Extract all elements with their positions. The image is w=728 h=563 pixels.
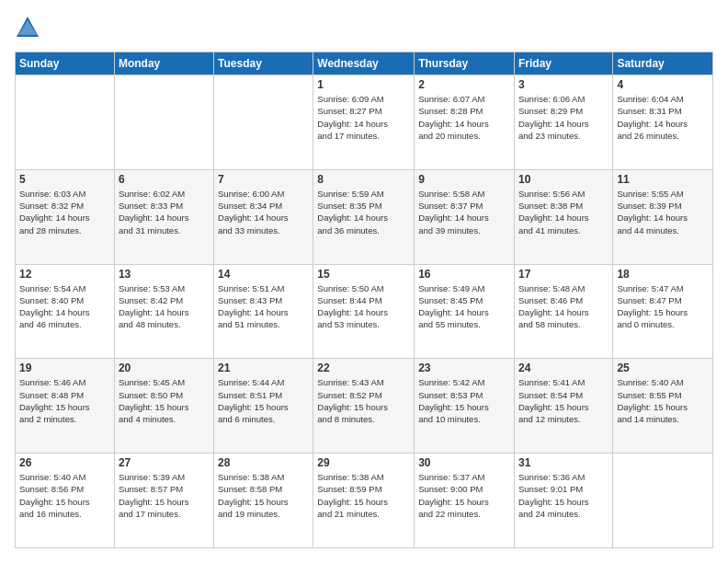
header — [15, 15, 713, 40]
day-number: 4 — [617, 78, 709, 91]
weekday-header-thursday: Thursday — [415, 52, 515, 75]
day-number: 2 — [418, 78, 510, 91]
day-cell: 4Sunrise: 6:04 AM Sunset: 8:31 PM Daylig… — [613, 75, 713, 170]
day-cell: 19Sunrise: 5:46 AM Sunset: 8:48 PM Dayli… — [16, 359, 115, 454]
weekday-header-friday: Friday — [514, 52, 612, 75]
day-info: Sunrise: 5:59 AM Sunset: 8:35 PM Dayligh… — [317, 188, 410, 236]
day-number: 20 — [119, 362, 210, 374]
day-cell: 21Sunrise: 5:44 AM Sunset: 8:51 PM Dayli… — [214, 359, 313, 454]
day-cell: 2Sunrise: 6:07 AM Sunset: 8:28 PM Daylig… — [415, 75, 515, 170]
day-number: 21 — [218, 362, 309, 374]
week-row-3: 12Sunrise: 5:54 AM Sunset: 8:40 PM Dayli… — [16, 264, 713, 359]
day-cell: 16Sunrise: 5:49 AM Sunset: 8:45 PM Dayli… — [415, 264, 515, 359]
day-info: Sunrise: 5:53 AM Sunset: 8:42 PM Dayligh… — [119, 282, 210, 331]
day-info: Sunrise: 5:54 AM Sunset: 8:40 PM Dayligh… — [19, 282, 110, 331]
day-info: Sunrise: 5:48 AM Sunset: 8:46 PM Dayligh… — [518, 282, 609, 331]
week-row-5: 26Sunrise: 5:40 AM Sunset: 8:56 PM Dayli… — [16, 454, 713, 548]
day-cell: 26Sunrise: 5:40 AM Sunset: 8:56 PM Dayli… — [16, 454, 115, 548]
day-number: 1 — [317, 78, 410, 91]
day-cell: 9Sunrise: 5:58 AM Sunset: 8:37 PM Daylig… — [415, 169, 515, 264]
day-cell: 23Sunrise: 5:42 AM Sunset: 8:53 PM Dayli… — [415, 359, 515, 454]
day-cell: 15Sunrise: 5:50 AM Sunset: 8:44 PM Dayli… — [313, 264, 415, 359]
day-number: 9 — [418, 173, 510, 186]
svg-marker-1 — [18, 20, 37, 35]
day-number: 7 — [218, 173, 309, 186]
day-cell: 31Sunrise: 5:36 AM Sunset: 9:01 PM Dayli… — [514, 454, 612, 548]
day-number: 12 — [19, 268, 110, 281]
weekday-header-wednesday: Wednesday — [313, 52, 415, 75]
day-cell: 5Sunrise: 6:03 AM Sunset: 8:32 PM Daylig… — [16, 169, 115, 264]
day-info: Sunrise: 5:45 AM Sunset: 8:50 PM Dayligh… — [119, 376, 210, 425]
weekday-header-monday: Monday — [114, 52, 213, 75]
day-cell: 25Sunrise: 5:40 AM Sunset: 8:55 PM Dayli… — [613, 359, 713, 454]
day-cell: 17Sunrise: 5:48 AM Sunset: 8:46 PM Dayli… — [514, 264, 612, 359]
day-number: 18 — [617, 268, 709, 281]
day-number: 24 — [518, 362, 609, 374]
day-cell: 27Sunrise: 5:39 AM Sunset: 8:57 PM Dayli… — [114, 454, 213, 548]
day-cell: 14Sunrise: 5:51 AM Sunset: 8:43 PM Dayli… — [214, 264, 313, 359]
day-cell: 10Sunrise: 5:56 AM Sunset: 8:38 PM Dayli… — [514, 169, 612, 264]
day-cell: 30Sunrise: 5:37 AM Sunset: 9:00 PM Dayli… — [415, 454, 515, 548]
day-info: Sunrise: 5:38 AM Sunset: 8:58 PM Dayligh… — [218, 471, 309, 520]
day-info: Sunrise: 5:37 AM Sunset: 9:00 PM Dayligh… — [418, 471, 510, 520]
day-number: 22 — [317, 362, 410, 374]
weekday-header-row: SundayMondayTuesdayWednesdayThursdayFrid… — [16, 52, 713, 75]
day-number: 26 — [19, 456, 110, 469]
week-row-4: 19Sunrise: 5:46 AM Sunset: 8:48 PM Dayli… — [16, 359, 713, 454]
day-info: Sunrise: 5:36 AM Sunset: 9:01 PM Dayligh… — [518, 471, 609, 520]
day-cell: 20Sunrise: 5:45 AM Sunset: 8:50 PM Dayli… — [114, 359, 213, 454]
day-info: Sunrise: 5:47 AM Sunset: 8:47 PM Dayligh… — [617, 282, 709, 331]
day-info: Sunrise: 5:42 AM Sunset: 8:53 PM Dayligh… — [418, 376, 510, 425]
day-cell: 8Sunrise: 5:59 AM Sunset: 8:35 PM Daylig… — [313, 169, 415, 264]
day-cell: 29Sunrise: 5:38 AM Sunset: 8:59 PM Dayli… — [313, 454, 415, 548]
day-number: 28 — [218, 456, 309, 469]
day-info: Sunrise: 5:43 AM Sunset: 8:52 PM Dayligh… — [317, 376, 410, 425]
day-number: 6 — [119, 173, 210, 186]
day-info: Sunrise: 5:39 AM Sunset: 8:57 PM Dayligh… — [119, 471, 210, 520]
day-info: Sunrise: 5:40 AM Sunset: 8:56 PM Dayligh… — [19, 471, 110, 520]
week-row-2: 5Sunrise: 6:03 AM Sunset: 8:32 PM Daylig… — [16, 169, 713, 264]
day-cell: 6Sunrise: 6:02 AM Sunset: 8:33 PM Daylig… — [114, 169, 213, 264]
day-cell: 18Sunrise: 5:47 AM Sunset: 8:47 PM Dayli… — [613, 264, 713, 359]
day-info: Sunrise: 5:46 AM Sunset: 8:48 PM Dayligh… — [19, 376, 110, 425]
week-row-1: 1Sunrise: 6:09 AM Sunset: 8:27 PM Daylig… — [16, 75, 713, 170]
day-info: Sunrise: 5:40 AM Sunset: 8:55 PM Dayligh… — [617, 376, 709, 425]
day-cell: 22Sunrise: 5:43 AM Sunset: 8:52 PM Dayli… — [313, 359, 415, 454]
day-cell: 24Sunrise: 5:41 AM Sunset: 8:54 PM Dayli… — [514, 359, 612, 454]
day-number: 10 — [518, 173, 609, 186]
day-number: 30 — [418, 456, 510, 469]
day-cell — [214, 75, 313, 170]
day-info: Sunrise: 5:51 AM Sunset: 8:43 PM Dayligh… — [218, 282, 309, 331]
day-info: Sunrise: 5:56 AM Sunset: 8:38 PM Dayligh… — [518, 188, 609, 236]
day-number: 14 — [218, 268, 309, 281]
day-info: Sunrise: 5:58 AM Sunset: 8:37 PM Dayligh… — [418, 188, 510, 236]
day-number: 25 — [617, 362, 709, 374]
day-cell: 28Sunrise: 5:38 AM Sunset: 8:58 PM Dayli… — [214, 454, 313, 548]
day-cell: 11Sunrise: 5:55 AM Sunset: 8:39 PM Dayli… — [613, 169, 713, 264]
day-number: 17 — [518, 268, 609, 281]
day-info: Sunrise: 6:03 AM Sunset: 8:32 PM Dayligh… — [19, 188, 110, 236]
day-cell: 1Sunrise: 6:09 AM Sunset: 8:27 PM Daylig… — [313, 75, 415, 170]
day-number: 23 — [418, 362, 510, 374]
day-info: Sunrise: 5:49 AM Sunset: 8:45 PM Dayligh… — [418, 282, 510, 331]
page: SundayMondayTuesdayWednesdayThursdayFrid… — [0, 0, 728, 563]
day-cell: 7Sunrise: 6:00 AM Sunset: 8:34 PM Daylig… — [214, 169, 313, 264]
day-number: 16 — [418, 268, 510, 281]
day-number: 19 — [19, 362, 110, 374]
day-cell — [613, 454, 713, 548]
day-cell: 12Sunrise: 5:54 AM Sunset: 8:40 PM Dayli… — [16, 264, 115, 359]
day-info: Sunrise: 5:38 AM Sunset: 8:59 PM Dayligh… — [317, 471, 410, 520]
logo — [15, 15, 44, 40]
day-info: Sunrise: 5:44 AM Sunset: 8:51 PM Dayligh… — [218, 376, 309, 425]
weekday-header-sunday: Sunday — [16, 52, 115, 75]
calendar: SundayMondayTuesdayWednesdayThursdayFrid… — [15, 52, 713, 548]
day-info: Sunrise: 6:06 AM Sunset: 8:29 PM Dayligh… — [518, 93, 609, 142]
day-info: Sunrise: 6:07 AM Sunset: 8:28 PM Dayligh… — [418, 93, 510, 142]
day-number: 15 — [317, 268, 410, 281]
day-number: 3 — [518, 78, 609, 91]
day-cell — [114, 75, 213, 170]
day-number: 11 — [617, 173, 709, 186]
day-info: Sunrise: 5:41 AM Sunset: 8:54 PM Dayligh… — [518, 376, 609, 425]
day-info: Sunrise: 6:04 AM Sunset: 8:31 PM Dayligh… — [617, 93, 709, 142]
day-cell — [16, 75, 115, 170]
